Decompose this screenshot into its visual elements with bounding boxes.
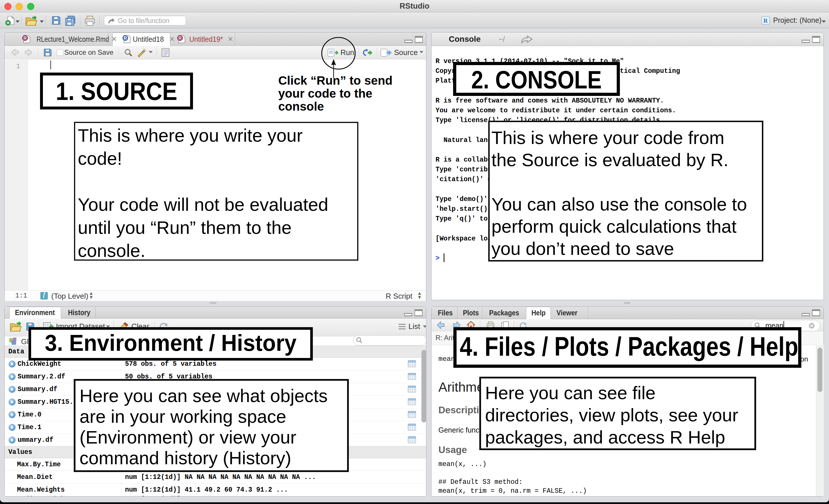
svg-text:R: R: [23, 36, 27, 41]
svg-text:R: R: [764, 17, 768, 24]
svg-text:R: R: [123, 36, 127, 41]
svg-text:R: R: [178, 36, 182, 41]
